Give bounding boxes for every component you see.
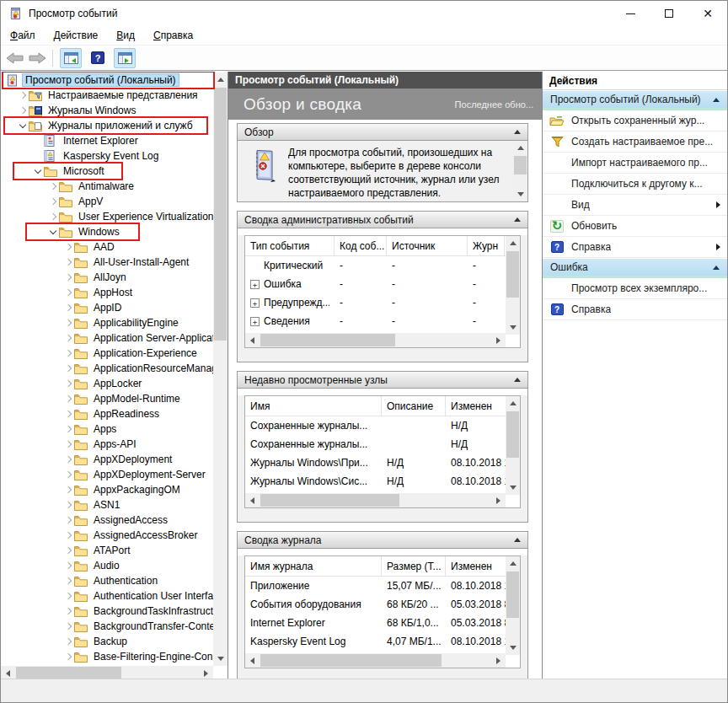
chevron-down-icon[interactable] [33,166,44,177]
table-row[interactable]: +Сведения--- [245,312,506,330]
recent-nodes-section-header[interactable]: Недавно просмотренные узлы [238,372,527,389]
column-header[interactable]: Журн [468,236,505,255]
table-row[interactable]: Приложение15,07 МБ/...08.10.2018 16:3 [245,577,506,595]
menu-item[interactable]: Вид [107,27,144,44]
action-item[interactable]: Подключиться к другому к... [543,174,727,195]
tree-item[interactable]: Internet Explorer [1,133,213,148]
collapse-icon[interactable] [514,378,521,382]
table-row[interactable]: Журналы Windows\При...Н/Д08.10.2018 16:3 [245,453,506,472]
chevron-right-icon[interactable] [63,470,74,480]
tree-item[interactable]: AppID [1,300,213,315]
tree-item[interactable]: AppLocker [1,376,213,391]
tree-item[interactable]: AppXDeployment [1,452,213,467]
table-vertical-scrollbar[interactable] [506,556,520,655]
chevron-right-icon[interactable] [63,576,74,587]
maximize-button[interactable] [650,1,688,26]
action-item[interactable]: ?Справка [543,299,727,320]
tree-item[interactable]: AppXDeployment-Server [1,467,213,482]
column-header[interactable]: Источник [387,236,468,255]
menu-item[interactable]: Действие [45,27,108,44]
chevron-right-icon[interactable] [18,105,29,116]
tree-item[interactable]: Журналы приложений и служб [1,118,213,133]
tree-item[interactable]: Журналы Windows [1,103,213,118]
table-horizontal-scrollbar[interactable] [245,493,506,507]
column-header[interactable]: Код соб... [335,236,387,255]
column-header[interactable]: Размер (Т... [382,556,446,576]
tree-item[interactable]: BackgroundTaskInfrastructu [1,604,213,619]
chevron-right-icon[interactable] [63,257,74,268]
column-header[interactable]: Изменен [446,556,506,576]
tree-item[interactable]: ASN1 [1,497,213,512]
table-row[interactable]: +Предупрежд...--- [245,293,506,312]
overview-section-header[interactable]: Обзор [238,124,527,141]
chevron-right-icon[interactable] [63,272,74,283]
tree-item[interactable]: User Experience Virtualization [1,209,213,224]
table-row[interactable]: +Ошибка--- [245,275,506,293]
column-header[interactable]: Изменен [446,396,506,416]
chevron-right-icon[interactable] [18,90,29,101]
chevron-right-icon[interactable] [63,439,74,450]
collapse-icon[interactable] [514,217,521,222]
chevron-right-icon[interactable] [63,621,74,632]
table-row[interactable]: Сохраненные журналы...Н/Д [245,416,506,435]
tree-item[interactable]: AAD [1,239,213,255]
chevron-right-icon[interactable] [63,287,74,298]
tree-item[interactable]: Microsoft [1,164,213,179]
tree-item[interactable]: Base-Filtering-Engine-Conn [1,649,213,664]
log-summary-section-header[interactable]: Сводка журнала [238,532,527,549]
tree-item[interactable]: Authentication [1,573,213,588]
chevron-right-icon[interactable] [48,212,59,223]
column-header[interactable]: Тип события [245,236,335,255]
chevron-right-icon[interactable] [63,409,74,420]
tree-item[interactable]: Authentication User Interfac [1,588,213,604]
action-item[interactable]: ?Справка [543,237,727,258]
chevron-right-icon[interactable] [63,636,74,647]
chevron-down-icon[interactable] [48,227,59,238]
tree-item[interactable]: Windows [1,224,213,239]
chevron-right-icon[interactable] [63,378,74,389]
chevron-right-icon[interactable] [63,318,74,329]
tree-item[interactable]: AppHost [1,285,213,300]
tree-item[interactable]: AllJoyn [1,270,213,285]
chevron-right-icon[interactable] [48,196,59,207]
table-row[interactable]: Критический--- [245,256,506,275]
chevron-right-icon[interactable] [63,303,74,314]
overview-scrollbar[interactable] [513,141,527,201]
table-row[interactable]: Сохраненные журналы...Н/Д [245,435,506,453]
tree-item[interactable]: BackgroundTransfer-Conte [1,619,213,634]
chevron-right-icon[interactable] [63,561,74,572]
expand-plus-icon[interactable]: + [250,298,260,308]
tree-item[interactable]: Application-Experience [1,346,213,361]
chevron-right-icon[interactable] [63,652,74,663]
table-row[interactable]: Internet Explorer68 КБ/1,0...05.03.2018 … [245,614,506,632]
column-header[interactable]: Имя [245,396,382,416]
tree-item[interactable]: AppReadiness [1,406,213,421]
chevron-right-icon[interactable] [63,606,74,617]
action-group-header[interactable]: Просмотр событий (Локальный) [543,91,727,110]
chevron-right-icon[interactable] [63,530,74,541]
column-header[interactable]: Имя журнала [245,556,382,576]
chevron-right-icon[interactable] [63,394,74,405]
chevron-right-icon[interactable] [48,181,59,192]
tree-item[interactable]: Kaspersky Event Log [1,148,213,164]
tree-item[interactable]: AppV [1,194,213,209]
admin-events-section-header[interactable]: Сводка административных событий [238,212,527,228]
collapse-icon[interactable] [514,130,521,134]
tree-item[interactable]: AssignedAccessBroker [1,528,213,543]
menu-item[interactable]: Справка [144,27,202,44]
tree-item[interactable]: Antimalware [1,179,213,194]
chevron-right-icon[interactable] [63,485,74,496]
chevron-right-icon[interactable] [63,454,74,465]
back-icon[interactable] [6,51,24,65]
tree-item[interactable]: Audio [1,558,213,573]
tree-item[interactable]: ApplicabilityEngine [1,315,213,330]
collapse-icon[interactable] [514,538,521,542]
action-item[interactable]: Импорт настраиваемого пр... [543,153,727,174]
tree-item[interactable]: AssignedAccess [1,512,213,528]
tree-item[interactable]: Просмотр событий (Локальный) [1,72,213,88]
minimize-button[interactable] [611,1,650,26]
table-horizontal-scrollbar[interactable] [245,333,506,347]
table-vertical-scrollbar[interactable] [506,396,520,495]
table-row[interactable]: События оборудования68 КБ/20 ...05.03.20… [245,595,506,614]
tree-item[interactable]: Backup [1,634,213,649]
